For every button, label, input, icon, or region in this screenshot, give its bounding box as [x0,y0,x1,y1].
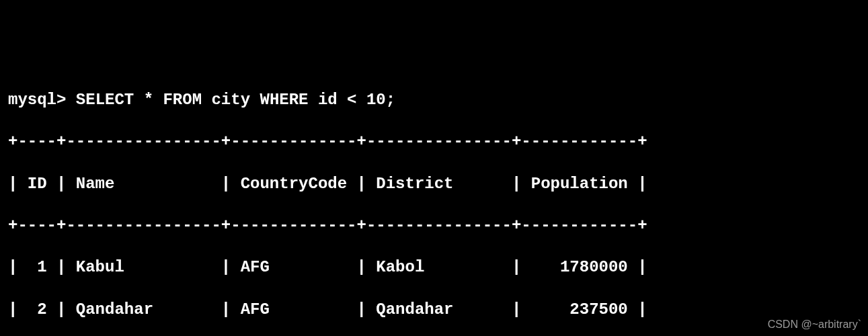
table-row: | 1 | Kabul | AFG | Kabol | 1780000 | [8,257,860,278]
table-header-row: | ID | Name | CountryCode | District | P… [8,173,860,194]
mysql-prompt-prefix: mysql> [8,91,76,109]
watermark-text: CSDN @~arbitrary` [768,318,861,332]
table-row: | 2 | Qandahar | AFG | Qandahar | 237500… [8,299,860,320]
mysql-prompt-line: mysql> SELECT * FROM city WHERE id < 10; [8,89,860,110]
table-top-border: +----+----------------+-------------+---… [8,131,860,152]
mysql-query: SELECT * FROM city WHERE id < 10; [76,91,395,109]
table-header-border: +----+----------------+-------------+---… [8,215,860,236]
